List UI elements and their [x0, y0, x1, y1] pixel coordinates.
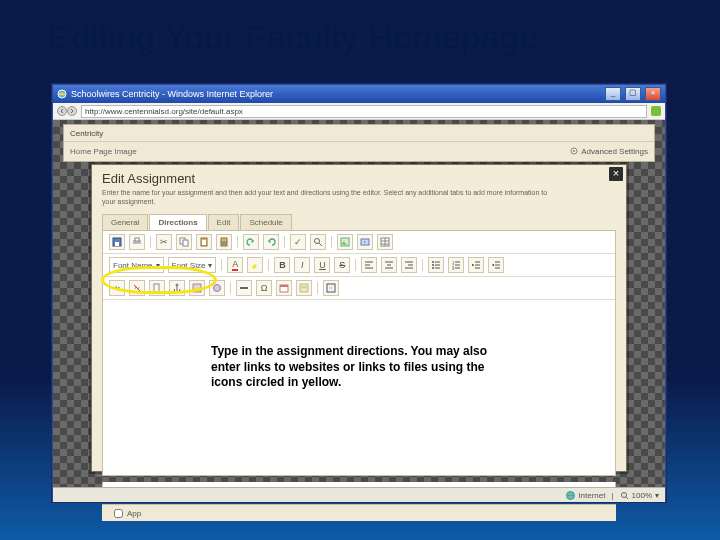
align-right-icon[interactable]: [401, 257, 417, 273]
table-icon[interactable]: [377, 234, 393, 250]
svg-text:W: W: [221, 240, 227, 246]
svg-point-18: [343, 240, 345, 242]
dialog-close-button[interactable]: ×: [609, 167, 623, 181]
paste-icon[interactable]: [196, 234, 212, 250]
symbol-icon[interactable]: Ω: [256, 280, 272, 296]
gear-icon: [570, 147, 578, 155]
font-color-icon[interactable]: A: [227, 257, 243, 273]
svg-rect-59: [280, 285, 288, 287]
browser-window: Schoolwires Centricity - Windows Interne…: [52, 84, 666, 502]
media-icon[interactable]: [357, 234, 373, 250]
print-icon[interactable]: [129, 234, 145, 250]
svg-text:3: 3: [452, 266, 455, 270]
bullet-list-icon[interactable]: [428, 257, 444, 273]
svg-rect-60: [300, 284, 308, 292]
dialog-title: Edit Assignment: [102, 171, 616, 186]
svg-rect-8: [135, 238, 139, 241]
svg-rect-17: [341, 238, 349, 246]
close-button[interactable]: ×: [645, 87, 661, 101]
image-icon[interactable]: [337, 234, 353, 250]
undo-icon[interactable]: [243, 234, 259, 250]
svg-point-1: [58, 107, 67, 116]
indent-icon[interactable]: [488, 257, 504, 273]
remove-link-icon[interactable]: [129, 280, 145, 296]
font-family-label: Font Name: [113, 261, 153, 270]
globe-icon: [566, 491, 575, 500]
back-icon[interactable]: [57, 106, 67, 116]
svg-point-2: [68, 107, 77, 116]
tab-directions[interactable]: Directions: [149, 214, 206, 230]
highlight-icon[interactable]: [247, 257, 263, 273]
zoom-icon: [620, 491, 629, 500]
ie-status-bar: Internet | 100% ▾: [53, 487, 665, 502]
editor-toolbar-row3: Ω: [103, 277, 615, 300]
address-field[interactable]: http://www.centennialsd.org/site/default…: [81, 105, 647, 118]
svg-point-15: [315, 239, 320, 244]
font-family-select[interactable]: Font Name▾: [109, 257, 164, 273]
ie-icon: [57, 89, 67, 99]
font-size-label: Font Size: [172, 261, 206, 270]
font-size-select[interactable]: Font Size▾: [168, 257, 217, 273]
svg-point-35: [432, 264, 434, 266]
zoom-control[interactable]: 100% ▾: [620, 491, 659, 500]
edit-assignment-dialog: × Edit Assignment Enter the name for you…: [91, 164, 627, 472]
spellcheck-icon[interactable]: ✓: [290, 234, 306, 250]
browser-title-text: Schoolwires Centricity - Windows Interne…: [71, 89, 273, 99]
svg-point-37: [432, 267, 434, 269]
copy-icon[interactable]: [176, 234, 192, 250]
security-zone: Internet: [566, 491, 605, 500]
find-icon[interactable]: [310, 234, 326, 250]
form-icon[interactable]: [296, 280, 312, 296]
number-list-icon[interactable]: 123: [448, 257, 464, 273]
dialog-bottom-bar: App: [102, 504, 616, 521]
svg-point-53: [176, 284, 178, 286]
editor-toolbar-row1: ✂ W ✓: [103, 231, 615, 254]
advanced-settings-label: Advanced Settings: [581, 147, 648, 156]
browser-titlebar: Schoolwires Centricity - Windows Interne…: [53, 85, 665, 103]
maximize-button[interactable]: ▢: [625, 87, 641, 101]
insert-file-icon[interactable]: [149, 280, 165, 296]
svg-point-56: [214, 285, 221, 292]
italic-icon[interactable]: I: [294, 257, 310, 273]
slide: Editing Your Faculty Homepage Schoolwire…: [0, 0, 720, 540]
go-icon[interactable]: [651, 106, 661, 116]
underline-icon[interactable]: U: [314, 257, 330, 273]
cut-icon[interactable]: ✂: [156, 234, 172, 250]
dialog-tabs: General Directions Edit Schedule: [102, 214, 626, 230]
svg-rect-6: [115, 242, 119, 246]
bold-icon[interactable]: B: [274, 257, 290, 273]
svg-point-4: [573, 150, 575, 152]
outdent-icon[interactable]: [468, 257, 484, 273]
fullscreen-icon[interactable]: [323, 280, 339, 296]
app-checkbox[interactable]: [114, 509, 123, 518]
editor-toolbar-row2: Font Name▾ Font Size▾ A B I U S: [103, 254, 615, 277]
tab-general[interactable]: General: [102, 214, 148, 230]
browser-content: Centricity Home Page Image Advanced Sett…: [53, 120, 665, 502]
forward-icon[interactable]: [67, 106, 77, 116]
tool-a-icon[interactable]: [189, 280, 205, 296]
instruction-callout: Type in the assignment directions. You m…: [211, 344, 491, 391]
rich-text-editor: ✂ W ✓: [102, 230, 616, 476]
svg-rect-52: [154, 284, 159, 292]
hr-icon[interactable]: [236, 280, 252, 296]
strike-icon[interactable]: S: [334, 257, 350, 273]
paste-word-icon[interactable]: W: [216, 234, 232, 250]
editor-body[interactable]: Type in the assignment directions. You m…: [103, 300, 615, 475]
align-left-icon[interactable]: [361, 257, 377, 273]
zoom-label: 100%: [632, 491, 652, 500]
tool-b-icon[interactable]: [209, 280, 225, 296]
align-center-icon[interactable]: [381, 257, 397, 273]
date-icon[interactable]: [276, 280, 292, 296]
minimize-button[interactable]: _: [605, 87, 621, 101]
save-icon[interactable]: [109, 234, 125, 250]
tab-edit[interactable]: Edit: [208, 214, 240, 230]
insert-link-icon[interactable]: [109, 280, 125, 296]
svg-rect-10: [183, 240, 188, 246]
address-bar: http://www.centennialsd.org/site/default…: [53, 103, 665, 120]
svg-rect-12: [202, 240, 206, 245]
svg-rect-63: [329, 286, 333, 290]
redo-icon[interactable]: [263, 234, 279, 250]
advanced-settings-button[interactable]: Advanced Settings: [570, 147, 648, 156]
anchor-icon[interactable]: [169, 280, 185, 296]
tab-schedule[interactable]: Schedule: [240, 214, 291, 230]
